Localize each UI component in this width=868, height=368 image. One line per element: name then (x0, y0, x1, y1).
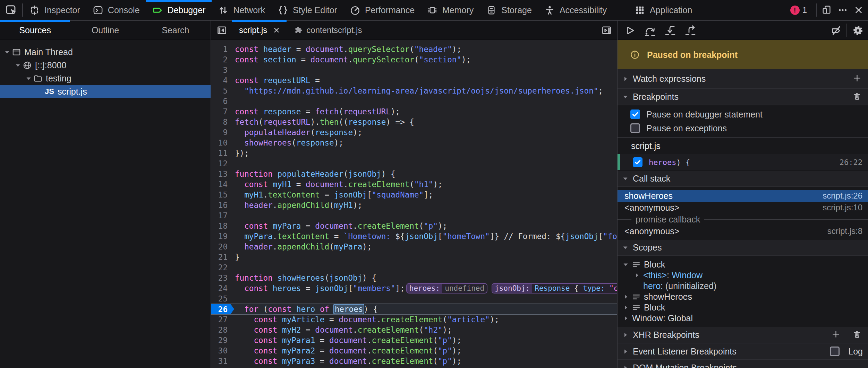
paused-line-number[interactable]: 26 (211, 304, 231, 314)
chevron-right-icon[interactable] (623, 305, 629, 310)
meatball-menu-button[interactable] (837, 4, 849, 16)
pick-element-button[interactable] (0, 0, 22, 20)
tab-inspector[interactable]: Inspector (23, 0, 86, 20)
xhr-breakpoints-header[interactable]: XHR Breakpoints (618, 327, 868, 343)
scope-row[interactable]: showHeroes (618, 291, 868, 302)
tab-storage[interactable]: Storage (480, 0, 538, 20)
close-devtools-button[interactable] (853, 4, 865, 16)
breakpoint-option-row[interactable]: Pause on exceptions (618, 121, 868, 135)
breakpoints-header[interactable]: Breakpoints (618, 89, 868, 105)
sidebar-tab-sources[interactable]: Sources (0, 21, 70, 40)
inline-preview-badge[interactable]: jsonObj:Response { type: "co (492, 283, 617, 293)
breakpoint-option-row[interactable]: Pause on debugger statement (618, 107, 868, 121)
collapse-sources-pane-button[interactable] (211, 21, 232, 40)
inline-preview-badge[interactable]: heroes:undefined (406, 283, 487, 293)
line-number[interactable]: 31 (211, 356, 231, 366)
line-number[interactable]: 21 (211, 252, 231, 262)
line-number[interactable]: 27 (211, 314, 231, 325)
line-number[interactable]: 28 (211, 325, 231, 335)
scope-row[interactable]: Window: Global (618, 313, 868, 324)
checkbox-checked[interactable] (630, 109, 640, 119)
remove-xhr-breakpoints-button[interactable] (852, 330, 863, 340)
line-number[interactable]: 3 (211, 65, 231, 75)
tab-application[interactable]: Application (628, 0, 698, 20)
dom-mutation-breakpoints-header[interactable]: DOM Mutation Breakpoints (618, 360, 868, 368)
resume-button[interactable] (620, 21, 640, 40)
line-number[interactable]: 4 (211, 75, 231, 86)
line-number[interactable]: 32 (211, 366, 231, 368)
line-number[interactable]: 17 (211, 210, 231, 221)
line-number[interactable]: 14 (211, 179, 231, 190)
tree-item--8000[interactable]: [::]:8000 (0, 59, 211, 72)
line-number[interactable]: 25 (211, 293, 231, 304)
scopes-header[interactable]: Scopes (618, 240, 868, 256)
line-number[interactable]: 10 (211, 138, 231, 148)
line-number[interactable]: 18 (211, 221, 231, 231)
line-number[interactable]: 24 (211, 283, 231, 293)
line-number[interactable]: 9 (211, 127, 231, 138)
source-tab-script-js[interactable]: script.js (232, 21, 287, 40)
scope-row[interactable]: Block (618, 302, 868, 313)
line-number[interactable]: 22 (211, 262, 231, 273)
line-number[interactable]: 1 (211, 44, 231, 54)
tree-item-script-js[interactable]: JSscript.js (0, 85, 211, 98)
debugger-settings-button[interactable] (850, 21, 865, 40)
selected-token[interactable]: heroes (333, 304, 365, 314)
step-out-button[interactable] (680, 21, 700, 40)
tab-memory[interactable]: Memory (421, 0, 480, 20)
chevron-down-icon[interactable] (623, 262, 629, 268)
line-number[interactable]: 6 (211, 96, 231, 106)
line-number[interactable]: 29 (211, 335, 231, 345)
line-number[interactable]: 15 (211, 190, 231, 200)
tab-style-editor[interactable]: Style Editor (271, 0, 343, 20)
responsive-design-mode-button[interactable] (821, 4, 833, 16)
expand-caret-icon[interactable] (25, 76, 32, 81)
sidebar-tab-search[interactable]: Search (141, 21, 211, 40)
collapse-end-pane-button[interactable] (596, 21, 617, 40)
line-number[interactable]: 13 (211, 169, 231, 179)
expand-caret-icon[interactable] (14, 62, 21, 68)
add-watch-expression-button[interactable] (852, 74, 863, 84)
line-number[interactable]: 16 (211, 200, 231, 210)
scope-row[interactable]: Block (618, 259, 868, 270)
tab-network[interactable]: Network (212, 0, 271, 20)
chevron-right-icon[interactable] (634, 272, 640, 278)
add-xhr-breakpoint-button[interactable] (831, 330, 842, 340)
tab-performance[interactable]: Performance (343, 0, 421, 20)
remove-all-breakpoints-button[interactable] (852, 92, 863, 102)
step-over-button[interactable] (640, 21, 660, 40)
deactivate-breakpoints-button[interactable] (828, 21, 844, 40)
checkbox-checked[interactable] (633, 157, 643, 167)
tab-debugger[interactable]: Debugger (146, 0, 212, 20)
line-number[interactable]: 5 (211, 86, 231, 96)
line-number[interactable]: 2 (211, 54, 231, 65)
line-number[interactable]: 7 (211, 106, 231, 117)
close-tab-icon[interactable] (273, 26, 280, 34)
line-number[interactable]: 23 (211, 273, 231, 283)
watch-expressions-header[interactable]: Watch expressions (618, 69, 868, 89)
line-number[interactable]: 8 (211, 117, 231, 127)
chevron-right-icon[interactable] (623, 315, 629, 321)
callstack-frame-anonymous[interactable]: <anonymous>script.js:8 (618, 225, 868, 237)
chevron-right-icon[interactable] (623, 294, 629, 300)
line-number[interactable]: 30 (211, 345, 231, 356)
callstack-frame-anonymous[interactable]: <anonymous>script.js:10 (618, 202, 868, 213)
line-number[interactable]: 19 (211, 231, 231, 242)
code-editor[interactable]: 1const header = document.querySelector("… (211, 40, 617, 368)
tab-console[interactable]: Console (86, 0, 146, 20)
breakpoint-entry[interactable]: heroes) {26:22 (618, 154, 868, 170)
checkbox-unchecked[interactable] (630, 123, 640, 133)
tree-item-main-thread[interactable]: Main Thread (0, 45, 211, 59)
expand-caret-icon[interactable] (3, 49, 10, 55)
scope-row[interactable]: hero: (uninitialized) (618, 281, 868, 291)
error-count[interactable]: 1 (802, 5, 807, 15)
source-tab-contentscript-js[interactable]: contentscript.js (287, 21, 368, 40)
line-number[interactable]: 20 (211, 242, 231, 252)
scope-row[interactable]: <this>: Window (618, 270, 868, 281)
tree-item-testing[interactable]: testing (0, 72, 211, 85)
sidebar-tab-outline[interactable]: Outline (70, 21, 140, 40)
callstack-header[interactable]: Call stack (618, 171, 868, 187)
error-badge-icon[interactable]: ! (790, 6, 800, 15)
line-number[interactable]: 11 (211, 148, 231, 158)
event-listener-breakpoints-header[interactable]: Event Listener Breakpoints Log (618, 343, 868, 360)
